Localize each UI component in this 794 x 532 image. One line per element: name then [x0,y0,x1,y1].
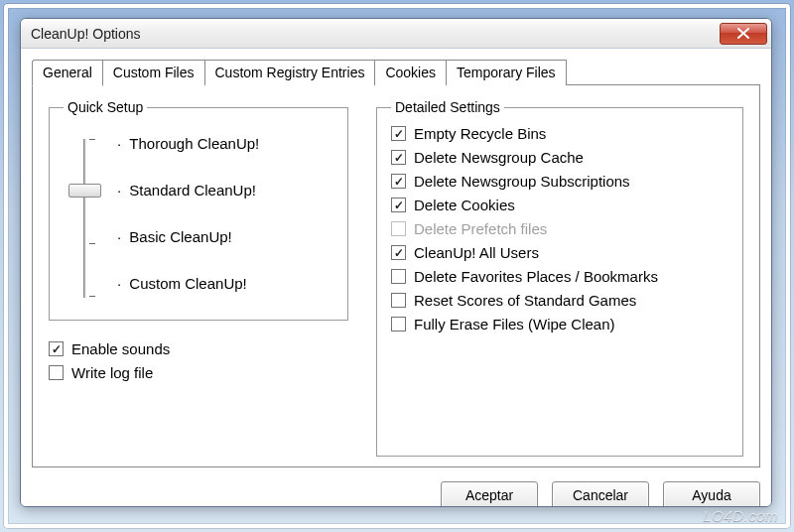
reset-scores-checkbox[interactable] [391,293,406,308]
tab-panel-general: Quick Setup [32,84,760,467]
delete-prefetch-files-checkbox [391,221,406,236]
delete-prefetch-files-label: Delete Prefetch files [414,220,547,237]
ok-button[interactable]: Aceptar [441,481,538,507]
detailed-settings-group: Detailed Settings Empty Recycle Bins Del… [376,99,743,457]
write-log-file-label: Write log file [71,364,153,381]
tab-general[interactable]: General [32,60,103,86]
delete-favorites-label: Delete Favorites Places / Bookmarks [414,268,658,285]
delete-cookies-row: Delete Cookies [391,197,728,213]
level-basic: Basic CleanUp! [117,228,259,245]
enable-sounds-checkbox[interactable] [49,341,64,356]
dialog-buttons: Aceptar Cancelar Ayuda [32,481,760,507]
empty-recycle-bins-checkbox[interactable] [391,126,406,141]
empty-recycle-bins-label: Empty Recycle Bins [414,125,546,142]
tab-custom-files[interactable]: Custom Files [102,60,205,85]
fully-erase-label: Fully Erase Files (Wipe Clean) [414,316,615,332]
close-button[interactable] [720,23,767,45]
empty-recycle-bins-row: Empty Recycle Bins [391,125,728,142]
reset-scores-label: Reset Scores of Standard Games [414,292,636,309]
enable-sounds-label: Enable sounds [71,340,170,357]
delete-newsgroup-subscriptions-row: Delete Newsgroup Subscriptions [391,173,728,190]
misc-options: Enable sounds Write log file [49,340,348,388]
write-log-file-checkbox[interactable] [49,365,64,380]
delete-newsgroup-cache-label: Delete Newsgroup Cache [414,149,584,166]
reset-scores-row: Reset Scores of Standard Games [391,292,728,309]
fully-erase-checkbox[interactable] [391,317,406,332]
level-labels: Thorough CleanUp! Standard CleanUp! Basi… [117,131,259,310]
detailed-settings-legend: Detailed Settings [391,99,504,115]
tab-custom-registry-entries[interactable]: Custom Registry Entries [204,60,376,85]
fully-erase-row: Fully Erase Files (Wipe Clean) [391,316,728,332]
delete-newsgroup-cache-checkbox[interactable] [391,150,406,165]
cleanup-all-users-checkbox[interactable] [391,245,406,260]
enable-sounds-row: Enable sounds [49,340,348,357]
client-area: General Custom Files Custom Registry Ent… [21,49,771,506]
delete-prefetch-files-row: Delete Prefetch files [391,220,728,237]
cleanup-all-users-label: CleanUp! All Users [414,244,539,261]
delete-newsgroup-subscriptions-label: Delete Newsgroup Subscriptions [414,173,630,190]
tab-strip: General Custom Files Custom Registry Ent… [32,60,760,85]
delete-favorites-row: Delete Favorites Places / Bookmarks [391,268,728,285]
cleanup-all-users-row: CleanUp! All Users [391,244,728,261]
title-bar: CleanUp! Options [21,19,771,49]
options-window: CleanUp! Options General Custom Files Cu… [20,18,772,507]
tab-temporary-files[interactable]: Temporary Files [446,60,567,85]
delete-newsgroup-subscriptions-checkbox[interactable] [391,174,406,189]
help-button[interactable]: Ayuda [663,481,760,507]
delete-cookies-label: Delete Cookies [414,197,515,213]
cancel-button[interactable]: Cancelar [552,481,649,507]
tab-cookies[interactable]: Cookies [374,60,447,85]
window-title: CleanUp! Options [31,26,720,42]
delete-favorites-checkbox[interactable] [391,269,406,284]
level-standard: Standard CleanUp! [117,182,259,199]
right-column: Detailed Settings Empty Recycle Bins Del… [376,99,743,457]
slider-thumb[interactable] [68,184,101,198]
watermark: LO4D.com [703,507,778,524]
write-log-file-row: Write log file [49,364,348,381]
quick-setup-legend: Quick Setup [64,99,147,115]
delete-cookies-checkbox[interactable] [391,198,406,212]
level-thorough: Thorough CleanUp! [117,135,259,152]
quick-setup-group: Quick Setup [49,99,348,321]
level-custom: Custom CleanUp! [117,275,259,292]
close-icon [737,28,749,39]
cleanup-level-slider[interactable] [74,131,94,310]
left-column: Quick Setup [49,99,348,457]
delete-newsgroup-cache-row: Delete Newsgroup Cache [391,149,728,166]
slider-area [64,131,105,310]
